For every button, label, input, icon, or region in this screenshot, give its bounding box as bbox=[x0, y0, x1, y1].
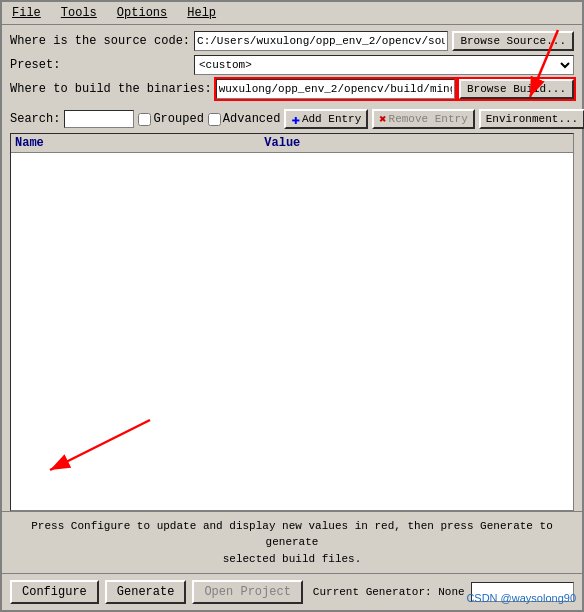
watermark: CSDN @waysolong90 bbox=[466, 592, 576, 604]
generator-label: Current Generator: None bbox=[313, 586, 465, 598]
preset-label: Preset: bbox=[10, 58, 190, 72]
menu-help[interactable]: Help bbox=[181, 4, 222, 22]
open-project-button[interactable]: Open Project bbox=[192, 580, 302, 604]
menu-options[interactable]: Options bbox=[111, 4, 173, 22]
remove-entry-button[interactable]: ✖ Remove Entry bbox=[372, 109, 474, 129]
preset-select[interactable]: <custom> bbox=[194, 55, 574, 75]
generate-button[interactable]: Generate bbox=[105, 580, 187, 604]
menubar: File Tools Options Help bbox=[2, 2, 582, 25]
x-icon: ✖ bbox=[379, 112, 386, 127]
grouped-checkbox[interactable] bbox=[138, 113, 151, 126]
advanced-label: Advanced bbox=[223, 112, 281, 126]
remove-entry-label: Remove Entry bbox=[389, 113, 468, 125]
cmake-table: Name Value bbox=[10, 133, 574, 511]
info-area: Press Configure to update and display ne… bbox=[2, 511, 582, 574]
plus-icon: ✚ bbox=[291, 111, 299, 128]
form-area: Where is the source code: Browse Source.… bbox=[2, 25, 582, 105]
search-label: Search: bbox=[10, 112, 60, 126]
configure-button[interactable]: Configure bbox=[10, 580, 99, 604]
menu-tools[interactable]: Tools bbox=[55, 4, 103, 22]
add-entry-button[interactable]: ✚ Add Entry bbox=[284, 109, 368, 129]
source-row: Where is the source code: Browse Source.… bbox=[10, 31, 574, 51]
search-input[interactable] bbox=[64, 110, 134, 128]
advanced-checkbox-label[interactable]: Advanced bbox=[208, 112, 281, 126]
grouped-label: Grouped bbox=[153, 112, 203, 126]
preset-row: Preset: <custom> bbox=[10, 55, 574, 75]
menu-file[interactable]: File bbox=[6, 4, 47, 22]
browse-build-button[interactable]: Browse Build... bbox=[459, 79, 574, 99]
info-message: Press Configure to update and display ne… bbox=[31, 520, 553, 549]
add-entry-label: Add Entry bbox=[302, 113, 361, 125]
browse-source-button[interactable]: Browse Source... bbox=[452, 31, 574, 51]
source-input[interactable] bbox=[194, 31, 448, 51]
build-row: Where to build the binaries: Browse Buil… bbox=[10, 79, 574, 99]
table-body bbox=[11, 153, 573, 505]
info-message2: selected build files. bbox=[223, 553, 362, 565]
table-header: Name Value bbox=[11, 134, 573, 153]
build-input[interactable] bbox=[216, 79, 455, 99]
source-label: Where is the source code: bbox=[10, 34, 190, 48]
build-label: Where to build the binaries: bbox=[10, 82, 212, 96]
environment-label: Environment... bbox=[486, 113, 578, 125]
col-value-header: Value bbox=[264, 136, 569, 150]
advanced-checkbox[interactable] bbox=[208, 113, 221, 126]
toolbar-row: Search: Grouped Advanced ✚ Add Entry ✖ R… bbox=[2, 105, 582, 133]
grouped-checkbox-label[interactable]: Grouped bbox=[138, 112, 203, 126]
col-name-header: Name bbox=[15, 136, 264, 150]
environment-button[interactable]: Environment... bbox=[479, 109, 584, 129]
